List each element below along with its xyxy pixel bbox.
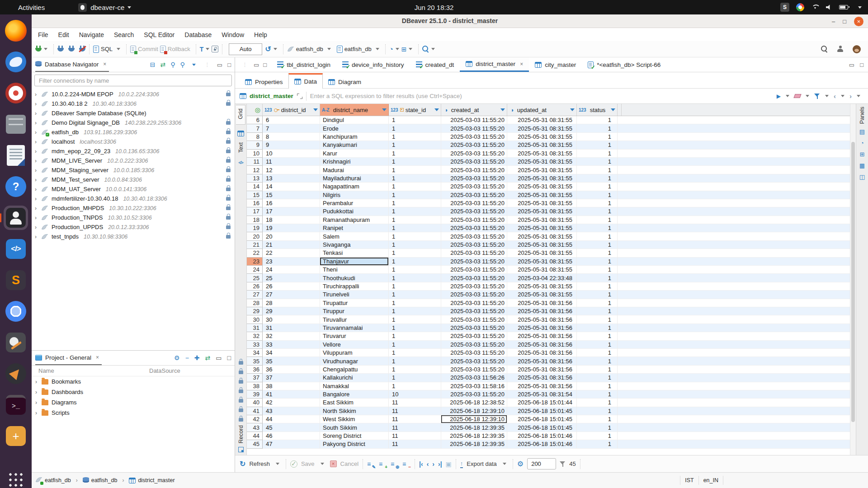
status-cell[interactable]: 1 — [577, 124, 618, 132]
status-cell[interactable]: 1 — [577, 291, 618, 299]
dock-item-vscode[interactable]: </> — [4, 237, 28, 261]
status-cell[interactable]: 1 — [577, 274, 618, 282]
dock-item-pen-tool[interactable] — [4, 361, 28, 386]
row-number-cell[interactable]: 44 — [247, 432, 263, 440]
table-row[interactable]: 18 18 Ramanathapuram 1 2025-03-03 11:55:… — [247, 216, 850, 224]
new-connection-icon[interactable] — [35, 46, 42, 53]
export-data-button[interactable]: Export data — [467, 460, 497, 467]
grid-column-header[interactable]: 123 ◗ state_id — [389, 104, 441, 116]
connection-row[interactable]: › ✓ DBeaver Sample Database (SQLite) — [32, 108, 235, 118]
rollback-icon[interactable] — [160, 46, 166, 53]
clear-filter-icon[interactable] — [793, 94, 801, 98]
first-row-icon[interactable]: |‹ — [419, 460, 423, 468]
updated-at-cell[interactable]: 2025-06-18 15:01:45 — [507, 415, 577, 423]
column-filter-icon[interactable] — [382, 108, 387, 111]
district-id-cell[interactable]: 7 — [263, 124, 320, 132]
district-name-cell[interactable]: Namakkal — [320, 382, 389, 390]
created-at-cell[interactable]: 2025-03-03 11:55:20 — [441, 349, 507, 357]
save-button[interactable]: Save — [301, 460, 315, 467]
created-at-cell[interactable]: 2025-03-03 11:55:20 — [441, 232, 507, 240]
created-at-cell[interactable]: 2025-03-03 11:55:20 — [441, 124, 507, 132]
district-name-cell[interactable]: Kallakurichi — [320, 374, 389, 382]
dock-item-writer[interactable] — [4, 143, 28, 168]
column-filter-icon[interactable] — [500, 108, 505, 111]
state-id-cell[interactable]: 1 — [389, 191, 441, 199]
created-at-cell[interactable]: 2025-03-03 11:58:16 — [441, 382, 507, 390]
chevron-right-icon[interactable]: › — [35, 158, 41, 164]
project-tree-item[interactable]: › Dashboards — [32, 387, 235, 397]
table-row[interactable]: 22 22 Tenkasi 1 2025-03-03 11:55:20 2025… — [247, 249, 850, 257]
column-filter-icon[interactable] — [313, 108, 318, 111]
state-id-cell[interactable]: 1 — [389, 299, 441, 307]
activities-button[interactable]: Activities — [18, 4, 45, 11]
system-tray[interactable]: S — [780, 3, 862, 12]
district-name-cell[interactable]: Sivaganga — [320, 241, 389, 249]
district-name-cell[interactable]: Tirunelveli — [320, 291, 389, 299]
table-row[interactable]: 15 15 Nilgiris 1 2025-03-03 11:55:20 202… — [247, 191, 850, 199]
minimize-editor-icon[interactable]: ▭ — [254, 61, 259, 68]
status-cell[interactable]: 1 — [577, 366, 618, 374]
last-row-icon[interactable]: ›| — [438, 460, 442, 468]
grid-column-header[interactable]: 123 ◗ district_id — [263, 104, 320, 116]
table-row[interactable]: 36 36 Chengalpattu 1 2025-03-03 11:55:20… — [247, 366, 850, 374]
table-row[interactable]: 41 43 North Sikkim 11 2025-06-18 12:39:1… — [247, 407, 850, 415]
district-id-cell[interactable]: 47 — [263, 440, 320, 448]
district-id-cell[interactable]: 33 — [263, 341, 320, 349]
status-cell[interactable]: 1 — [577, 382, 618, 390]
table-row[interactable]: 30 30 Tiruvallur 1 2025-03-03 11:55:20 2… — [247, 315, 850, 324]
state-id-cell[interactable]: 1 — [389, 241, 441, 249]
row-number-cell[interactable]: 20 — [247, 232, 263, 240]
updated-at-cell[interactable]: 2025-05-31 08:31:55 — [507, 116, 577, 124]
updated-at-cell[interactable]: 2025-05-31 08:31:55 — [507, 158, 577, 166]
references-panel-icon[interactable]: ▦ — [859, 162, 865, 169]
district-name-cell[interactable]: West Sikkim — [320, 415, 389, 423]
created-at-cell[interactable]: 2025-03-03 11:55:20 — [441, 366, 507, 374]
grid-presentation-icon[interactable] — [237, 131, 244, 136]
district-name-cell[interactable]: Tiruppur — [320, 307, 389, 315]
status-cell[interactable]: 1 — [577, 357, 618, 365]
refresh-button[interactable]: Refresh — [249, 460, 270, 467]
dock-item-terminal[interactable]: >_ — [4, 393, 28, 417]
district-id-cell[interactable]: 28 — [263, 299, 320, 307]
row-number-cell[interactable]: 43 — [247, 423, 263, 432]
table-row[interactable]: 23 23 Thanjavur 1 2025-03-03 11:55:20 20… — [247, 258, 850, 266]
grid-column-header[interactable]: 123 ◗ status — [577, 104, 618, 116]
menu-item[interactable]: Help — [249, 31, 272, 38]
updated-at-cell[interactable]: 2025-05-31 08:31:56 — [507, 332, 577, 340]
battery-icon[interactable] — [839, 5, 848, 9]
connection-row[interactable]: › ✓ MDM_LIVE_Server 10.2.0.222:3306 — [32, 156, 235, 165]
updated-at-cell[interactable]: 2025-05-31 08:31:55 — [507, 291, 577, 299]
district-name-cell[interactable]: Mayiladuthurai — [320, 174, 389, 183]
menu-item[interactable]: File — [33, 31, 53, 38]
state-id-cell[interactable]: 1 — [389, 291, 441, 299]
chevron-down-icon[interactable] — [503, 463, 506, 465]
editor-tab[interactable]: created_dt × — [410, 57, 460, 72]
status-cell[interactable]: 1 — [577, 407, 618, 415]
project-tree-item[interactable]: › Scripts — [32, 408, 235, 418]
chevron-down-icon[interactable] — [274, 48, 277, 50]
district-id-cell[interactable]: 21 — [263, 241, 320, 249]
district-id-cell[interactable]: 19 — [263, 224, 320, 232]
status-cell[interactable]: 1 — [577, 158, 618, 166]
row-number-cell[interactable]: 14 — [247, 183, 263, 191]
row-number-cell[interactable]: 38 — [247, 382, 263, 390]
dock-item-firefox[interactable] — [4, 19, 28, 43]
table-row[interactable]: 6 6 Dindigul 1 2025-03-03 11:55:20 2025-… — [247, 116, 850, 124]
updated-at-cell[interactable]: 2025-05-31 08:31:55 — [507, 199, 577, 207]
state-id-cell[interactable]: 1 — [389, 158, 441, 166]
cancel-button[interactable]: Cancel — [340, 460, 359, 467]
updated-at-cell[interactable]: 2025-05-31 08:31:55 — [507, 191, 577, 199]
row-number-cell[interactable]: 8 — [247, 133, 263, 141]
row-number-cell[interactable]: 31 — [247, 324, 263, 332]
grid-column-header[interactable]: ◗ created_at — [441, 104, 507, 116]
minimize-view-icon[interactable]: ▭ — [217, 61, 222, 68]
previous-row-icon[interactable]: ‹ — [427, 460, 429, 468]
grid-corner-cell[interactable]: ◎ — [247, 104, 263, 116]
district-name-cell[interactable]: Nilgiris — [320, 191, 389, 199]
row-number-cell[interactable]: 16 — [247, 199, 263, 207]
updated-at-cell[interactable]: 2025-05-31 08:31:56 — [507, 315, 577, 324]
chevron-down-icon[interactable] — [376, 48, 379, 50]
updated-at-cell[interactable]: 2025-06-18 15:01:45 — [507, 407, 577, 415]
state-id-cell[interactable]: 1 — [389, 199, 441, 207]
save-icon[interactable]: ✓ — [290, 460, 297, 468]
